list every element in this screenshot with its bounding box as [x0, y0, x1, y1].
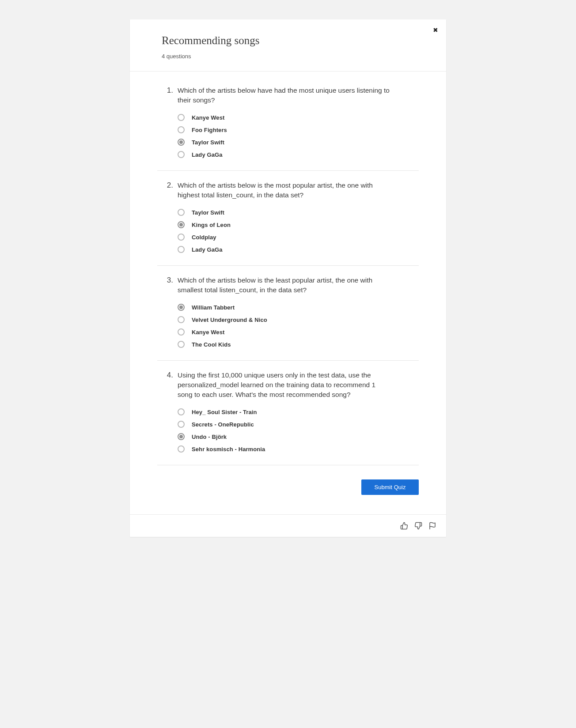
question-text: Which of the artists below is the least … — [178, 275, 390, 295]
submit-button[interactable]: Submit Quiz — [361, 479, 419, 495]
radio-icon[interactable] — [178, 246, 185, 253]
option[interactable]: Kanye West — [178, 111, 419, 124]
option-label: The Cool Kids — [192, 341, 231, 348]
option-label: Velvet Underground & Nico — [192, 317, 267, 323]
radio-icon[interactable] — [178, 445, 185, 453]
option[interactable]: Kanye West — [178, 326, 419, 338]
question-text: Using the first 10,000 unique users only… — [178, 370, 390, 400]
option-label: Taylor Swift — [192, 139, 224, 146]
option[interactable]: The Cool Kids — [178, 338, 419, 351]
option[interactable]: Taylor Swift — [178, 206, 419, 219]
option-label: Kanye West — [192, 329, 224, 336]
option-label: Kings of Leon — [192, 222, 231, 228]
radio-icon[interactable] — [178, 151, 185, 158]
radio-icon[interactable] — [178, 316, 185, 323]
option-label: William Tabbert — [192, 304, 235, 311]
option[interactable]: Hey_ Soul Sister - Train — [178, 406, 419, 418]
radio-icon[interactable] — [178, 433, 185, 440]
option-label: Lady GaGa — [192, 151, 223, 158]
radio-icon[interactable] — [178, 126, 185, 133]
option[interactable]: Lady GaGa — [178, 148, 419, 161]
radio-icon[interactable] — [178, 408, 185, 415]
option[interactable]: Kings of Leon — [178, 219, 419, 231]
option-label: Hey_ Soul Sister - Train — [192, 409, 257, 415]
quiz-subtitle: 4 questions — [162, 53, 414, 60]
option[interactable]: Sehr kosmisch - Harmonia — [178, 443, 419, 455]
quiz-title: Recommending songs — [162, 34, 414, 47]
radio-icon[interactable] — [178, 139, 185, 146]
option[interactable]: Foo Fighters — [178, 124, 419, 136]
option[interactable]: Undo - Björk — [178, 430, 419, 443]
question: 4.Using the first 10,000 unique users on… — [157, 361, 419, 465]
radio-icon[interactable] — [178, 328, 185, 336]
question-number: 1. — [157, 86, 178, 95]
question: 3.Which of the artists below is the leas… — [157, 266, 419, 361]
thumbs-up-icon[interactable] — [400, 522, 408, 530]
questions-list: 1.Which of the artists below have had th… — [130, 72, 446, 465]
radio-icon[interactable] — [178, 234, 185, 241]
question-number: 4. — [157, 370, 178, 380]
radio-icon[interactable] — [178, 304, 185, 311]
question-text: Which of the artists below is the most p… — [178, 181, 390, 200]
option[interactable]: Taylor Swift — [178, 136, 419, 148]
thumbs-down-icon[interactable] — [414, 522, 422, 530]
radio-icon[interactable] — [178, 341, 185, 348]
question-number: 3. — [157, 275, 178, 285]
option-label: Lady GaGa — [192, 246, 223, 253]
option[interactable]: Velvet Underground & Nico — [178, 313, 419, 326]
quiz-panel: ✖ Recommending songs 4 questions 1.Which… — [130, 19, 446, 537]
radio-icon[interactable] — [178, 209, 185, 216]
quiz-header: ✖ Recommending songs 4 questions — [130, 19, 446, 72]
radio-icon[interactable] — [178, 221, 185, 228]
option-label: Kanye West — [192, 114, 224, 121]
submit-row: Submit Quiz — [130, 465, 446, 514]
option[interactable]: William Tabbert — [178, 301, 419, 313]
option-label: Foo Fighters — [192, 127, 227, 133]
flag-icon[interactable] — [428, 522, 436, 530]
question-text: Which of the artists below have had the … — [178, 86, 390, 105]
question: 1.Which of the artists below have had th… — [157, 76, 419, 171]
option-label: Sehr kosmisch - Harmonia — [192, 446, 265, 453]
option-label: Taylor Swift — [192, 209, 224, 216]
option[interactable]: Secrets - OneRepublic — [178, 418, 419, 430]
option[interactable]: Lady GaGa — [178, 243, 419, 256]
question-number: 2. — [157, 181, 178, 190]
option-label: Undo - Björk — [192, 434, 227, 440]
option[interactable]: Coldplay — [178, 231, 419, 243]
radio-icon[interactable] — [178, 114, 185, 121]
option-label: Secrets - OneRepublic — [192, 421, 254, 428]
close-icon[interactable]: ✖ — [433, 26, 438, 34]
question: 2.Which of the artists below is the most… — [157, 171, 419, 266]
radio-icon[interactable] — [178, 421, 185, 428]
footer-bar — [130, 514, 446, 537]
option-label: Coldplay — [192, 234, 216, 241]
